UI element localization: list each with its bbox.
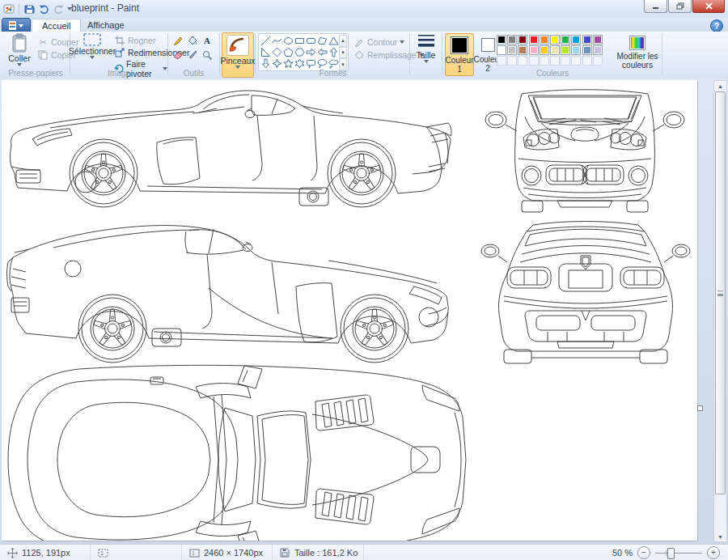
undo-icon[interactable] [38, 3, 50, 15]
scroll-up-icon[interactable]: ▲ [714, 81, 726, 91]
palette-empty-slot[interactable] [593, 56, 603, 66]
file-size-icon [279, 547, 290, 558]
palette-color-swatch[interactable] [561, 45, 570, 55]
shapes-scroll-up-icon[interactable]: ▲ [339, 35, 347, 47]
palette-color-swatch[interactable] [593, 45, 603, 55]
vertical-scroll-thumb[interactable] [715, 91, 726, 494]
restore-button[interactable] [668, 0, 692, 13]
shape-pentagon-icon[interactable] [282, 46, 294, 57]
shape-hexagon-icon[interactable] [294, 46, 305, 57]
shape-ellipse-icon[interactable] [282, 35, 294, 46]
tab-affichage[interactable]: Affichage [78, 19, 134, 32]
fill-tool-icon[interactable] [186, 34, 199, 47]
color1-swatch [451, 36, 468, 54]
resize-icon [114, 47, 125, 58]
palette-color-swatch[interactable] [593, 35, 603, 45]
canvas-view-rear [480, 220, 692, 366]
shape-callout-rounded-icon[interactable] [305, 57, 316, 69]
text-tool-icon[interactable]: A [201, 34, 214, 47]
zoom-in-button[interactable]: + [707, 546, 720, 559]
paste-button[interactable]: Coller [5, 33, 34, 66]
color-picker-tool-icon[interactable] [186, 49, 199, 62]
palette-color-swatch[interactable] [561, 35, 570, 45]
shape-outline-button[interactable]: Contour [353, 36, 404, 48]
canvas-resize-handle[interactable] [697, 405, 703, 411]
shape-star-6-icon[interactable] [294, 57, 305, 69]
palette-empty-slot[interactable] [540, 56, 549, 66]
thumb-gripper [717, 291, 723, 295]
shape-arrow-right-icon[interactable] [305, 46, 316, 57]
shape-polygon-icon[interactable] [316, 35, 328, 46]
palette-color-swatch[interactable] [507, 45, 517, 55]
palette-color-swatch[interactable] [529, 35, 539, 45]
crop-icon [114, 35, 125, 46]
brushes-button[interactable]: Pinceaux [222, 32, 254, 78]
palette-empty-slot[interactable] [550, 56, 560, 66]
quick-access-toolbar [2, 2, 72, 16]
palette-empty-slot[interactable] [518, 56, 527, 66]
zoom-slider-thumb[interactable] [667, 548, 675, 559]
palette-color-swatch[interactable] [550, 45, 560, 55]
shape-arrow-left-icon[interactable] [316, 46, 328, 57]
shape-callout-cloud-icon[interactable] [328, 57, 339, 69]
palette-color-swatch[interactable] [571, 35, 581, 45]
palette-empty-slot[interactable] [497, 56, 506, 66]
size-button[interactable]: Taille [412, 34, 440, 63]
shape-right-triangle-icon[interactable] [260, 46, 271, 57]
palette-empty-slot[interactable] [507, 56, 517, 66]
palette-color-swatch[interactable] [529, 45, 539, 55]
shape-diamond-icon[interactable] [271, 46, 282, 57]
zoom-out-button[interactable]: − [637, 546, 650, 559]
eraser-tool-icon[interactable] [171, 49, 184, 62]
app-menu-caret [19, 24, 23, 28]
close-button[interactable] [692, 0, 725, 13]
palette-color-swatch[interactable] [550, 35, 560, 45]
shape-star-5-icon[interactable] [282, 57, 294, 69]
minimize-button[interactable] [644, 0, 667, 13]
line-size-icon [417, 34, 435, 50]
palette-color-swatch[interactable] [518, 45, 527, 55]
palette-color-swatch[interactable] [571, 45, 581, 55]
shape-arrow-up-icon[interactable] [328, 46, 339, 57]
shape-callout-oval-icon[interactable] [316, 57, 328, 69]
palette-color-swatch[interactable] [497, 45, 506, 55]
outline-caret [400, 40, 404, 44]
tab-accueil[interactable]: Accueil [32, 19, 81, 32]
select-button[interactable]: Sélectionner [72, 33, 112, 59]
palette-empty-slot[interactable] [529, 56, 539, 66]
magnifier-tool-icon[interactable] [201, 49, 214, 62]
palette-color-swatch[interactable] [540, 35, 549, 45]
palette-color-swatch[interactable] [518, 35, 527, 45]
shape-curve-icon[interactable] [271, 35, 282, 46]
pencil-tool-icon[interactable] [171, 34, 184, 47]
drawing-canvas[interactable] [2, 80, 697, 541]
palette-color-swatch[interactable] [507, 35, 517, 45]
canvas-view-side-right [5, 223, 458, 364]
zoom-slider[interactable] [655, 547, 702, 558]
redo-icon[interactable] [53, 3, 65, 15]
shapes-scroll-down-icon[interactable]: ▼ [339, 47, 347, 59]
brush-icon [226, 35, 249, 56]
palette-color-swatch[interactable] [582, 45, 592, 55]
palette-color-swatch[interactable] [582, 35, 592, 45]
palette-color-swatch[interactable] [497, 35, 506, 45]
crop-button[interactable]: Rogner [114, 35, 155, 46]
paste-caret [17, 63, 22, 66]
shape-rectangle-icon[interactable] [294, 35, 305, 46]
shape-line-icon[interactable] [260, 35, 271, 46]
palette-color-swatch[interactable] [540, 45, 549, 55]
palette-empty-slot[interactable] [561, 56, 570, 66]
paint-logo-icon[interactable] [2, 3, 15, 15]
shape-rounded-rectangle-icon[interactable] [305, 35, 316, 46]
help-icon[interactable]: ? [710, 19, 723, 32]
shape-star-4-icon[interactable] [271, 57, 282, 69]
paint-file-icon [9, 21, 16, 30]
scroll-down-icon[interactable]: ▼ [714, 532, 726, 541]
palette-empty-slot[interactable] [582, 56, 592, 66]
window-title: blueprint - Paint [71, 2, 139, 14]
shape-arrow-down-icon[interactable] [260, 57, 271, 69]
shape-triangle-icon[interactable] [328, 35, 339, 46]
vertical-scrollbar[interactable]: ▲ ▼ [713, 80, 727, 542]
palette-empty-slot[interactable] [571, 56, 581, 66]
save-icon[interactable] [23, 3, 36, 15]
